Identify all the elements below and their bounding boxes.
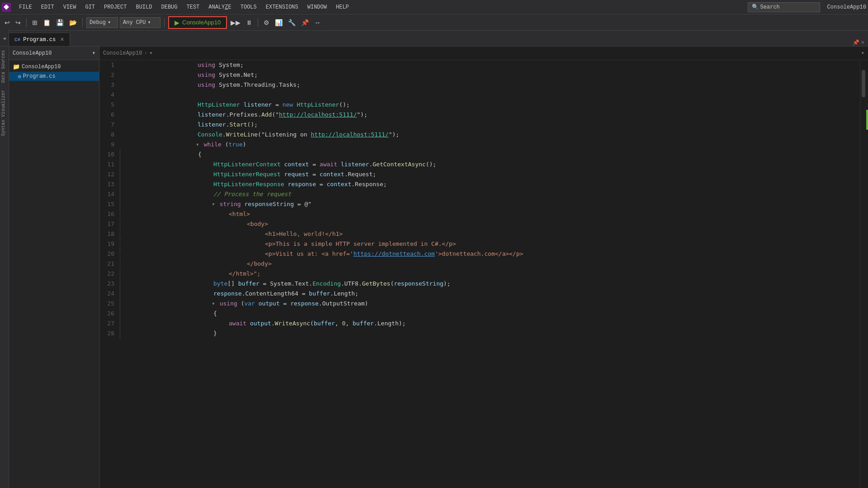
- menu-file[interactable]: FILE: [14, 0, 37, 14]
- code-line-17: 17 <body>: [99, 219, 860, 229]
- sidebar-data-sources[interactable]: Data Sources: [0, 47, 9, 86]
- file-item-program-cs[interactable]: ⊞ Program.cs: [9, 72, 99, 81]
- line-content-3: using System.Threading.Tasks;: [120, 80, 860, 90]
- line-num-10: 10: [99, 150, 120, 160]
- toolbar-btn1[interactable]: ⊞: [30, 16, 39, 29]
- line-num-21: 21: [99, 259, 120, 269]
- toolbar-sep4: [258, 18, 258, 27]
- run-button[interactable]: ▶ ConsoleApp10: [168, 16, 227, 29]
- menu-test[interactable]: TEST: [182, 0, 204, 14]
- toolbar-redo-btn[interactable]: ↪: [14, 16, 23, 29]
- toolbar-btn4[interactable]: 📂: [67, 16, 79, 29]
- search-box[interactable]: 🔍 Search: [748, 2, 820, 12]
- line-num-27: 27: [99, 319, 120, 328]
- search-icon: 🔍: [752, 4, 759, 10]
- line-num-17: 17: [99, 219, 120, 229]
- pin-icon[interactable]: 📌: [853, 39, 859, 46]
- run-label: ConsoleApp10: [182, 19, 221, 26]
- line-content-6: listener.Prefixes.Add("http://localhost:…: [120, 110, 860, 120]
- line-num-4: 4: [99, 90, 120, 100]
- code-inner: 1 using System; 2 using System.Net;: [99, 60, 868, 488]
- menu-edit[interactable]: EDIT: [37, 0, 59, 14]
- toolbar-btn3[interactable]: 💾: [54, 16, 66, 29]
- line-num-14: 14: [99, 189, 120, 199]
- menu-help[interactable]: HELP: [331, 0, 354, 14]
- app-title: ConsoleApp10: [827, 4, 866, 10]
- line-num-2: 2: [99, 70, 120, 80]
- toolbar-btn2[interactable]: 📋: [41, 16, 52, 29]
- collapse-15[interactable]: ▾: [212, 199, 215, 209]
- menu-build[interactable]: BUILD: [131, 0, 156, 14]
- menu-project[interactable]: PROJECT: [99, 0, 131, 14]
- code-line-22: 22 </html>";: [99, 269, 860, 279]
- toolbar-sep1: [26, 18, 27, 27]
- breadcrumb-bar: ConsoleApp10 › ▾ ▾: [99, 47, 868, 60]
- toolbar-undo-btn[interactable]: ↩: [3, 16, 12, 29]
- line-num-6: 6: [99, 110, 120, 120]
- breadcrumb-dropdown[interactable]: ▾: [149, 50, 152, 56]
- line-num-28: 28: [99, 328, 120, 338]
- line-content-23: byte[] buffer = System.Text.Encoding.UTF…: [120, 279, 860, 289]
- tab-close-icon[interactable]: ×: [60, 36, 64, 43]
- code-line-20: 20 <p>Visit us at: <a href='https://dotn…: [99, 249, 860, 259]
- collapse-25[interactable]: ▾: [212, 299, 215, 309]
- play-icon: ▶: [175, 19, 179, 26]
- code-scroll-area[interactable]: 1 using System; 2 using System.Net;: [99, 60, 860, 488]
- config-dropdown[interactable]: Debug ▾: [86, 17, 118, 28]
- scroll-thumb[interactable]: [862, 70, 865, 97]
- run-next-btn[interactable]: ▶▶: [229, 16, 242, 29]
- menu-window[interactable]: WINDOW: [303, 0, 331, 14]
- vertical-scrollbar[interactable]: [860, 60, 866, 488]
- line-content-1: using System;: [120, 60, 860, 70]
- line-num-15: 15: [99, 199, 120, 209]
- panel-collapse-icon[interactable]: ◀: [3, 36, 5, 41]
- green-change-indicator: [866, 110, 868, 130]
- sidebar-syntax-visualizer[interactable]: Syntax Visualizer: [0, 86, 9, 140]
- line-content-5: HttpListener listener = new HttpListener…: [120, 100, 860, 110]
- toolbar-sep2: [82, 18, 83, 27]
- platform-dropdown[interactable]: Any CPU ▾: [120, 17, 160, 28]
- line-num-1: 1: [99, 60, 120, 70]
- platform-arrow-icon: ▾: [147, 19, 151, 26]
- file-panel-header: ConsoleApp10 ▾: [9, 47, 99, 60]
- code-line-16: 16 <html>: [99, 209, 860, 219]
- file-panel-title: ConsoleApp10: [13, 50, 52, 56]
- breadcrumb-sep: ›: [144, 50, 147, 56]
- line-num-16: 16: [99, 209, 120, 219]
- line-content-20: <p>Visit us at: <a href='https://dotnett…: [120, 249, 860, 259]
- line-content-12: HttpListenerRequest request = context.Re…: [120, 169, 860, 179]
- line-content-25: ▾ using (var output = response.OutputStr…: [120, 299, 860, 309]
- menu-extensions[interactable]: EXTENSIONS: [261, 0, 303, 14]
- code-line-7: 7 listener.Start();: [99, 120, 860, 130]
- line-content-28: }: [120, 328, 860, 338]
- pause-btn[interactable]: ⏸: [244, 16, 254, 29]
- line-num-12: 12: [99, 169, 120, 179]
- close-all-icon[interactable]: ×: [861, 40, 864, 46]
- tab-program-cs[interactable]: C# Program.cs ×: [9, 33, 70, 46]
- tab-label: Program.cs: [23, 37, 56, 43]
- line-content-19: <p>This is a simple HTTP server implemen…: [120, 239, 860, 249]
- toolbar-misc5[interactable]: ↔: [312, 16, 322, 29]
- line-num-5: 5: [99, 100, 120, 110]
- file-panel: ConsoleApp10 ▾ 📁 ConsoleApp10 ⊞ Program.…: [9, 47, 99, 488]
- menu-analyze[interactable]: ANALYZE: [204, 0, 236, 14]
- toolbar-misc3[interactable]: 🔧: [286, 16, 297, 29]
- toolbar-misc1[interactable]: ⚙: [262, 16, 271, 29]
- menu-git[interactable]: GIT: [80, 0, 99, 14]
- menu-view[interactable]: VIEW: [59, 0, 81, 14]
- menu-tools[interactable]: TOOLS: [236, 0, 261, 14]
- menu-debug[interactable]: DEBUG: [156, 0, 182, 14]
- line-num-25: 25: [99, 299, 120, 309]
- breadcrumb-nav[interactable]: ▾: [861, 50, 864, 56]
- line-content-24: response.ContentLength64 = buffer.Length…: [120, 289, 860, 299]
- line-content-11: HttpListenerContext context = await list…: [120, 160, 860, 169]
- project-name: ConsoleApp10: [22, 64, 61, 70]
- line-num-3: 3: [99, 80, 120, 90]
- toolbar-misc2[interactable]: 📊: [273, 16, 284, 29]
- collapse-9[interactable]: ▾: [196, 140, 199, 150]
- project-node[interactable]: 📁 ConsoleApp10: [9, 62, 99, 72]
- line-content-18: <h1>Hello, world!</h1>: [120, 229, 860, 239]
- toolbar-misc4[interactable]: 📌: [299, 16, 311, 29]
- vs-logo: [2, 3, 11, 12]
- main-content: Data Sources Syntax Visualizer ConsoleAp…: [0, 47, 868, 488]
